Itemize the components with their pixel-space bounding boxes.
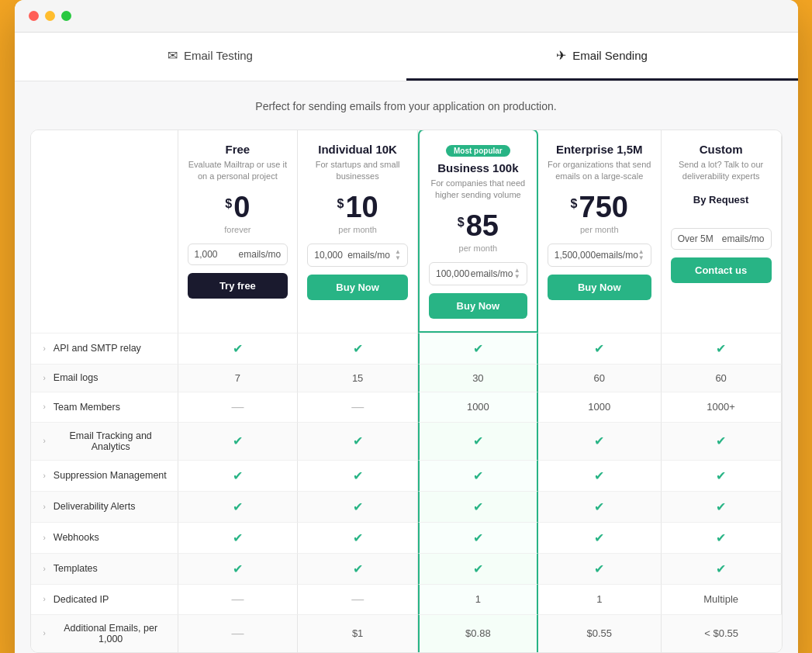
plan-price-individual: $ 10 xyxy=(307,192,408,222)
plan-desc-free: Evaluate Mailtrap or use it on a persona… xyxy=(188,159,289,183)
cta-button-enterprise[interactable]: Buy Now xyxy=(548,275,651,300)
expand-icon-8: › xyxy=(43,595,46,603)
email-selector-custom[interactable]: Over 5M emails/mo xyxy=(671,228,772,250)
check-icon: ✔ xyxy=(594,434,604,448)
cta-button-free[interactable]: Try free xyxy=(188,273,289,299)
feature-label-6[interactable]: ›Webhooks xyxy=(31,522,178,553)
check-icon: ✔ xyxy=(473,434,483,448)
check-icon: ✔ xyxy=(353,530,363,545)
tab-bar: ✉ Email Testing ✈ Email Sending xyxy=(15,33,798,81)
feature-val-0-3: ✔ xyxy=(538,333,662,364)
plan-header-free: Free Evaluate Mailtrap or use it on a pe… xyxy=(178,130,299,333)
feature-val-1-3: 60 xyxy=(538,364,662,392)
amount-individual: 10 xyxy=(345,192,378,222)
feature-val-3-2: ✔ xyxy=(418,422,538,460)
feature-val-4-0: ✔ xyxy=(178,460,299,491)
email-value-free: 1,000 xyxy=(195,249,218,260)
check-icon: ✔ xyxy=(716,499,726,514)
amount-free: 0 xyxy=(233,192,250,222)
currency-business: $ xyxy=(458,216,465,230)
feature-val-3-3: ✔ xyxy=(538,422,662,460)
feature-val-0-4: ✔ xyxy=(662,333,782,364)
check-icon: ✔ xyxy=(473,341,483,356)
feature-label-9[interactable]: ›Additional Emails, per 1,000 xyxy=(31,614,178,652)
email-selector-enterprise[interactable]: 1,500,000 emails/mo ▲▼ xyxy=(548,244,651,267)
tab-email-sending[interactable]: ✈ Email Sending xyxy=(406,33,798,81)
by-request-label: By Request xyxy=(693,194,749,206)
feature-label-0[interactable]: ›API and SMTP relay xyxy=(31,333,178,364)
expand-icon-5: › xyxy=(43,503,46,511)
close-dot[interactable] xyxy=(29,11,39,21)
feature-label-5[interactable]: ›Deliverability Alerts xyxy=(31,491,178,522)
check-icon: ✔ xyxy=(233,341,243,356)
feature-value-text: 1 xyxy=(596,593,602,605)
feature-label-3[interactable]: ›Email Tracking and Analytics xyxy=(31,422,178,460)
feature-val-6-4: ✔ xyxy=(662,522,782,553)
feature-val-1-1: 15 xyxy=(298,364,418,392)
feature-value-text: $0.88 xyxy=(465,627,491,639)
feature-val-5-0: ✔ xyxy=(178,491,299,522)
email-selector-individual[interactable]: 10,000 emails/mo ▲▼ xyxy=(307,244,408,267)
feature-value-text: 15 xyxy=(352,372,363,384)
check-icon: ✔ xyxy=(233,561,243,576)
email-selector-business[interactable]: 100,000 emails/mo ▲▼ xyxy=(429,262,527,285)
feature-name-8: Dedicated IP xyxy=(54,594,109,605)
amount-business: 85 xyxy=(466,211,499,240)
feature-name-4: Suppression Management xyxy=(54,470,167,481)
maximize-dot[interactable] xyxy=(61,11,71,21)
arrows-business: ▲▼ xyxy=(514,268,520,280)
check-icon: ✔ xyxy=(473,499,483,514)
dash-icon: — xyxy=(231,627,244,641)
feature-value-text: 60 xyxy=(715,372,726,384)
plan-name-custom: Custom xyxy=(671,143,772,156)
check-icon: ✔ xyxy=(716,468,726,483)
email-unit-custom: emails/mo xyxy=(722,233,765,244)
feature-label-4[interactable]: ›Suppression Management xyxy=(31,460,178,491)
tab-email-testing[interactable]: ✉ Email Testing xyxy=(15,33,406,81)
feature-val-1-0: 7 xyxy=(178,364,299,392)
feature-name-7: Templates xyxy=(54,563,98,574)
plan-name-free: Free xyxy=(188,143,289,156)
feature-val-4-1: ✔ xyxy=(298,460,418,491)
feature-val-6-1: ✔ xyxy=(298,522,418,553)
feature-value-text: $1 xyxy=(352,627,363,639)
feature-value-text: 1 xyxy=(475,593,481,605)
feature-val-0-2: ✔ xyxy=(418,333,538,364)
feature-name-6: Webhooks xyxy=(54,532,99,543)
feature-val-3-0: ✔ xyxy=(178,422,299,460)
minimize-dot[interactable] xyxy=(45,11,55,21)
feature-val-8-3: 1 xyxy=(538,584,662,614)
cta-button-custom[interactable]: Contact us xyxy=(671,257,772,283)
feature-label-2[interactable]: ›Team Members xyxy=(31,392,178,422)
cta-button-business[interactable]: Buy Now xyxy=(429,293,527,319)
feature-label-8[interactable]: ›Dedicated IP xyxy=(31,584,178,614)
plan-header-individual: Individual 10K For startups and small bu… xyxy=(298,130,418,333)
check-icon: ✔ xyxy=(716,561,726,576)
check-icon: ✔ xyxy=(594,530,604,545)
feature-name-9: Additional Emails, per 1,000 xyxy=(54,623,168,644)
feature-value-text: $0.55 xyxy=(586,627,612,639)
feature-label-7[interactable]: ›Templates xyxy=(31,553,178,584)
currency-enterprise: $ xyxy=(571,197,578,211)
period-enterprise: per month xyxy=(548,225,651,234)
feature-val-6-3: ✔ xyxy=(538,522,662,553)
email-selector-free[interactable]: 1,000 emails/mo xyxy=(188,244,289,265)
dash-icon: — xyxy=(231,593,244,606)
email-value-enterprise: 1,500,000 xyxy=(555,250,596,261)
plan-price-enterprise: $ 750 xyxy=(548,192,651,222)
feature-val-1-4: 60 xyxy=(662,364,782,392)
feature-val-7-2: ✔ xyxy=(418,553,538,584)
feature-name-2: Team Members xyxy=(54,402,120,413)
feature-label-1[interactable]: ›Email logs xyxy=(31,364,178,392)
email-value-custom: Over 5M xyxy=(678,233,714,244)
currency-free: $ xyxy=(225,197,232,211)
check-icon: ✔ xyxy=(353,468,363,483)
expand-icon-7: › xyxy=(43,565,46,573)
check-icon: ✔ xyxy=(594,499,604,514)
currency-individual: $ xyxy=(337,197,344,211)
feature-val-2-0: — xyxy=(178,392,299,422)
cta-button-individual[interactable]: Buy Now xyxy=(307,275,408,300)
plan-header-business: Most popular Business 100k For companies… xyxy=(418,130,538,333)
dash-icon: — xyxy=(351,400,364,414)
feature-val-9-0: — xyxy=(178,614,299,652)
